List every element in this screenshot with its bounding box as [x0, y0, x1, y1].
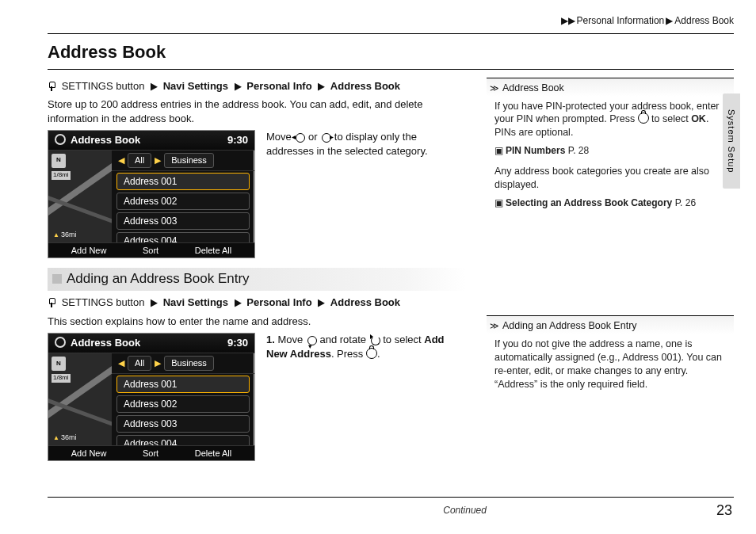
breadcrumb: ▶▶Personal Information▶Address Book: [559, 14, 734, 27]
clock: 9:30: [227, 336, 248, 350]
settings-path: SETTINGS button ▶ Navi Settings ▶ Person…: [48, 296, 466, 310]
list-item: Address 003: [116, 212, 250, 230]
arrow-right-icon: ▶: [155, 154, 161, 166]
arrow-right-icon: ▶: [155, 357, 161, 369]
category-tabs: ◀ All ▶ Business: [112, 353, 254, 374]
dial-left-icon: [294, 132, 305, 142]
chevron-icon: ▶: [151, 79, 158, 93]
note-heading-adding-entry: ≫Adding an Address Book Entry: [487, 315, 734, 334]
dial-right-icon: [320, 132, 331, 142]
gear-icon: [55, 337, 66, 348]
sub-intro: This section explains how to enter the n…: [48, 315, 466, 329]
address-list: Address 001 Address 002 Address 003 Addr…: [112, 171, 254, 242]
dial-down-icon: [306, 335, 317, 345]
note-heading-address-book: ≫Address Book: [487, 78, 734, 97]
nav-screenshot: Address Book 9:30 N 1/8mi 36mi: [48, 130, 255, 258]
nav-screenshot: Address Book 9:30 N 1/8mi 36mi: [48, 333, 255, 461]
arrow-left-icon: ◀: [118, 154, 124, 166]
add-new-button: Add New: [71, 448, 107, 460]
chevron-icon: ▶: [318, 79, 325, 93]
page-title: Address Book: [48, 40, 734, 64]
page-number: 23: [716, 501, 734, 520]
list-item: Address 004: [116, 232, 250, 242]
breadcrumb-seg: Personal Information: [577, 15, 665, 26]
delete-all-button: Delete All: [195, 245, 231, 257]
map-thumbnail: N 1/8mi 36mi: [48, 353, 112, 445]
chevron-icon: ▶: [234, 296, 241, 310]
intro-paragraph: Store up to 200 address entries in the a…: [48, 97, 466, 125]
category-tabs: ◀ All ▶ Business: [112, 151, 254, 171]
list-item: Address 002: [116, 395, 250, 413]
gear-icon: [55, 134, 66, 145]
chevron-icon: ▶: [666, 14, 673, 27]
settings-button-icon: [48, 298, 55, 307]
note-body: If you do not give the address a name, o…: [487, 334, 734, 395]
xref-pin-numbers: ▣PIN Numbers P. 28: [494, 144, 732, 157]
chevron-icon: ▶: [234, 79, 241, 93]
delete-all-button: Delete All: [195, 448, 231, 460]
move-tip: Move or to display only the addresses in…: [266, 130, 466, 258]
step-1: 1. Move and rotate to select Add New Add…: [266, 333, 466, 461]
link-icon: ▣: [494, 145, 503, 156]
settings-button-icon: [48, 82, 55, 91]
chevron-icon: ▶: [151, 296, 158, 310]
press-icon: [638, 113, 649, 124]
note-body: If you have PIN-protected your address b…: [487, 97, 734, 213]
dial-rotate-icon: [369, 335, 380, 345]
compass-icon: N: [52, 154, 66, 168]
continued-label: Continued: [443, 504, 487, 517]
note-icon: ≫: [490, 82, 499, 94]
list-item: Address 003: [116, 415, 250, 433]
breadcrumb-seg: Address Book: [674, 15, 734, 26]
subheading-adding-entry: Adding an Address Book Entry: [48, 268, 466, 291]
add-new-button: Add New: [71, 245, 107, 257]
chevron-icon: ▶▶: [561, 14, 575, 27]
chevron-icon: ▶: [318, 296, 325, 310]
square-bullet-icon: [52, 274, 62, 284]
list-item: Address 001: [116, 173, 250, 190]
list-item: Address 004: [116, 435, 250, 445]
list-item: Address 002: [116, 193, 250, 210]
xref-selecting-category: ▣Selecting an Address Book Category P. 2…: [494, 196, 732, 209]
settings-path: SETTINGS button ▶ Navi Settings ▶ Person…: [48, 79, 466, 93]
sort-button: Sort: [143, 245, 158, 257]
section-tab-system-setup: System Setup: [723, 93, 740, 189]
compass-icon: N: [52, 357, 66, 371]
address-list: Address 001 Address 002 Address 003 Addr…: [112, 374, 254, 445]
map-thumbnail: N 1/8mi 36mi: [48, 151, 112, 242]
note-icon: ≫: [490, 320, 499, 332]
link-icon: ▣: [494, 197, 503, 208]
sort-button: Sort: [143, 448, 158, 460]
arrow-left-icon: ◀: [118, 357, 124, 369]
clock: 9:30: [227, 133, 248, 147]
press-icon: [366, 348, 377, 359]
list-item: Address 001: [116, 376, 250, 393]
